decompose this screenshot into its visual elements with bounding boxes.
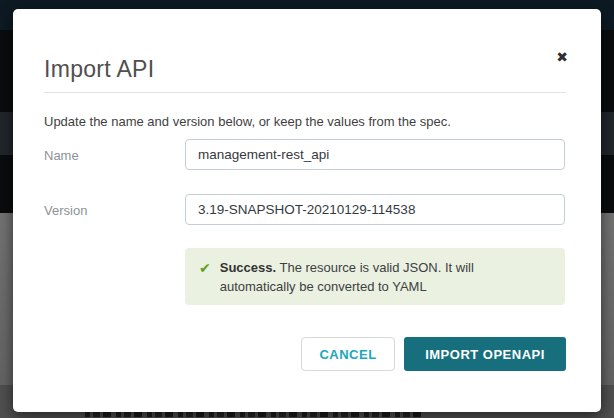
dialog-description: Update the name and version below, or ke… [44,114,451,129]
checkmark-icon: ✔ [199,259,211,278]
import-api-dialog: Import API ✖ Update the name and version… [13,9,601,412]
success-alert-text: Success. The resource is valid JSON. It … [220,258,551,296]
version-input[interactable] [185,194,565,225]
cancel-button[interactable]: CANCEL [301,337,395,371]
success-alert: ✔ Success. The resource is valid JSON. I… [185,248,565,305]
version-label: Version [44,203,87,218]
dialog-actions: CANCEL IMPORT OPENAPI [301,337,566,371]
close-icon[interactable]: ✖ [556,50,568,64]
import-openapi-button[interactable]: IMPORT OPENAPI [404,337,566,371]
name-label: Name [44,148,79,163]
name-input[interactable] [185,139,565,170]
dialog-title: Import API [44,56,154,83]
success-alert-title: Success. [220,260,276,275]
divider [44,92,566,93]
